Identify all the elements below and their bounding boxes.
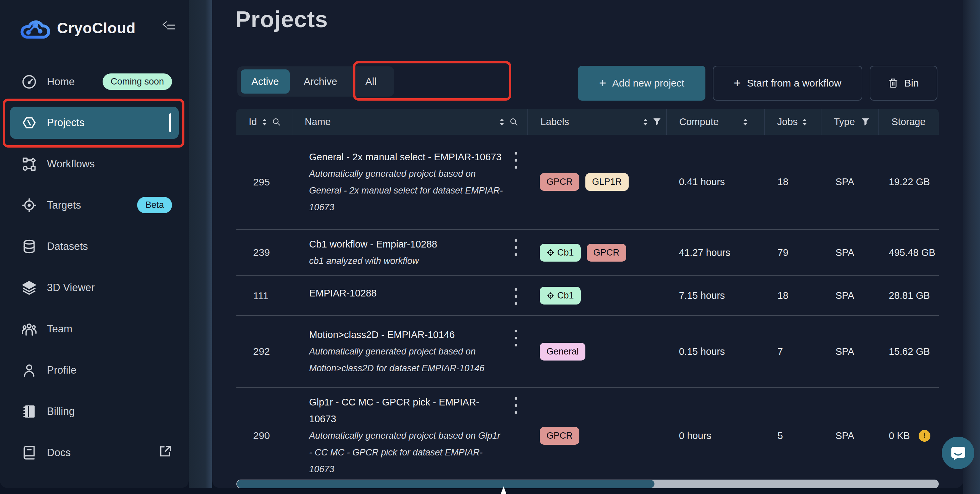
project-name-cell: Glp1r - CC MC - GPCR pick - EMPIAR-10673… [292,388,527,484]
table-header: Id Name Labels [236,109,939,135]
sidebar-item-projects[interactable]: Projects [10,107,179,139]
project-storage: 0 KB ! [878,430,939,442]
project-description: Automatically generated project based on… [309,427,503,478]
tab-archive[interactable]: Archive [290,69,352,94]
project-storage: 19.22 GB [878,177,939,188]
project-name: Motion>class2D - EMPIAR-10146 [309,326,503,343]
add-new-project-button[interactable]: + Add new project [578,66,705,100]
sidebar-item-label: Projects [47,117,84,129]
start-from-workflow-button[interactable]: + Start from a workflow [713,66,862,100]
table-row[interactable]: 111 EMPIAR-10288 Cb1 7.15 hours 18 SPA 2… [236,275,939,315]
plus-icon: + [734,77,741,89]
column-header-type[interactable]: Type [821,109,878,135]
project-labels: Cb1 GPCR [527,244,666,261]
status-filter-tabs: Active Archive All [237,66,394,97]
project-jobs: 79 [764,247,821,258]
project-name: EMPIAR-10288 [309,285,503,301]
project-type: SPA [821,290,878,301]
column-header-name[interactable]: Name [292,109,527,135]
hexagon-icon [21,115,37,131]
horizontal-scrollbar[interactable] [236,480,939,488]
column-header-compute[interactable]: Compute [666,109,764,135]
chat-widget-button[interactable] [942,437,974,469]
project-description: Automatically generated project based on… [309,165,503,216]
label-chip: Cb1 [540,287,581,304]
column-header-storage[interactable]: Storage [878,109,939,135]
project-compute: 7.15 hours [666,290,764,301]
logo-row: CryoCloud [0,0,189,41]
sort-icon[interactable] [743,118,748,126]
target-icon [546,249,555,257]
scrollbar-thumb[interactable] [237,480,654,488]
project-description: Automatically generated project based on… [309,343,503,377]
filter-icon[interactable] [653,118,661,126]
row-menu-icon[interactable] [511,395,521,416]
sidebar-item-datasets[interactable]: Datasets [0,226,189,267]
sidebar-item-home[interactable]: Home Coming soon [0,61,189,102]
person-icon [21,363,37,378]
label-chip: GPCR [587,244,626,261]
column-header-id[interactable]: Id [236,109,292,135]
label-chip: Cb1 [540,244,581,261]
sidebar-item-label: Workflows [47,158,95,170]
column-header-jobs[interactable]: Jobs [764,109,821,135]
sidebar-item-label: Billing [47,405,75,418]
sidebar-item-label: Team [47,323,72,335]
sort-icon[interactable] [643,118,648,126]
label-chip: GLP1R [585,173,628,191]
page-title: Projects [235,6,328,32]
sidebar: CryoCloud Home Coming soon Projects [0,0,189,488]
project-labels: GPCR [527,427,666,445]
mouse-cursor [501,486,506,494]
row-menu-icon[interactable] [511,286,521,307]
external-link-icon[interactable] [159,445,172,461]
row-menu-icon[interactable] [511,150,521,171]
project-labels: GPCR GLP1R [527,173,666,191]
bin-button[interactable]: Bin [870,66,937,100]
layers-icon [21,280,37,295]
sidebar-item-billing[interactable]: Billing [0,391,189,432]
search-icon[interactable] [272,118,281,126]
sidebar-item-docs[interactable]: Docs [0,432,189,473]
collapse-sidebar-icon[interactable] [162,21,175,33]
row-menu-icon[interactable] [511,237,521,258]
project-type: SPA [821,346,878,357]
row-menu-icon[interactable] [511,328,521,349]
sidebar-item-label: Home [47,76,75,88]
sort-icon[interactable] [802,118,807,126]
sidebar-item-targets[interactable]: Targets Beta [0,185,189,226]
book-icon [21,445,37,461]
project-id: 295 [236,177,292,188]
project-compute: 41.27 hours [666,247,764,258]
tab-active[interactable]: Active [241,69,290,94]
sidebar-item-3d-viewer[interactable]: 3D Viewer [0,267,189,308]
beta-badge: Beta [137,197,172,213]
table-row[interactable]: 292 Motion>class2D - EMPIAR-10146 Automa… [236,315,939,387]
label-chip: General [540,343,585,360]
sidebar-item-team[interactable]: Team [0,308,189,349]
column-header-labels[interactable]: Labels [527,109,666,135]
workflow-icon [21,156,37,172]
project-name: General - 2x manual select - EMPIAR-1067… [309,148,503,165]
project-jobs: 7 [764,346,821,357]
sidebar-item-workflows[interactable]: Workflows [0,143,189,185]
tab-all[interactable]: All [352,69,391,94]
team-icon [21,321,37,337]
project-compute: 0 hours [666,430,764,441]
sidebar-item-profile[interactable]: Profile [0,349,189,391]
label-chip: GPCR [540,427,579,445]
project-storage: 15.62 GB [878,346,939,357]
table-row[interactable]: 295 General - 2x manual select - EMPIAR-… [236,135,939,229]
project-id: 292 [236,346,292,357]
search-icon[interactable] [510,118,518,126]
table-row[interactable]: 239 Cb1 workflow - Empiar-10288 cb1 anal… [236,229,939,275]
filter-icon[interactable] [862,118,869,126]
table-row[interactable]: 290 Glp1r - CC MC - GPCR pick - EMPIAR-1… [236,387,939,484]
sort-icon[interactable] [500,118,504,126]
projects-table: Id Name Labels [236,109,939,484]
right-edge-gutter [963,0,980,494]
sort-icon[interactable] [262,118,267,126]
project-id: 239 [236,247,292,258]
project-storage: 28.81 GB [878,290,939,301]
project-name-cell: EMPIAR-10288 [292,279,527,313]
